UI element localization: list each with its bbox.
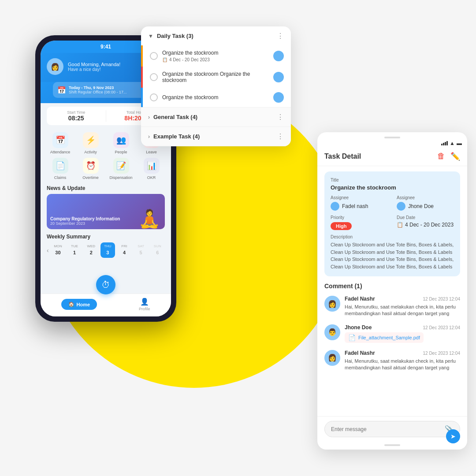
panel-header: Task Detail 🗑 ✏️ <box>317 148 467 166</box>
phone-greeting-block: Good Morning, Amanda! Have a nice day! <box>68 62 120 72</box>
task-item-3[interactable]: Organize the stockroom <box>141 88 291 107</box>
task-checkbox-1[interactable] <box>150 52 158 60</box>
description-label: Description <box>331 234 454 239</box>
today-label: Today - Thu, 9 Nov 2023 <box>69 86 126 90</box>
day-fri[interactable]: FRI 4 <box>117 242 132 258</box>
menu-people[interactable]: 👥 People <box>108 132 134 154</box>
fab-button[interactable]: ⏱ <box>96 275 115 294</box>
priority-col: Priority High <box>331 215 388 230</box>
day-tue[interactable]: TUE 1 <box>67 242 82 258</box>
wifi-icon: ▲ <box>450 140 455 146</box>
task-checkbox-2[interactable] <box>150 73 158 81</box>
comment-time-1: 12 Dec 2023 12:04 <box>423 297 460 301</box>
due-date-calendar-icon: 📋 <box>397 222 403 228</box>
comment-body-2: Jhone Doe 12 Dec 2023 12:04 📄 File_attac… <box>345 324 460 343</box>
task-checkbox-3[interactable] <box>150 93 158 101</box>
edit-button[interactable]: ✏️ <box>450 152 460 161</box>
assignee-name-1: Fadel nash <box>342 203 368 209</box>
priority-label: Priority <box>331 215 388 220</box>
calendar-icon: 📅 <box>57 86 66 94</box>
day-wed[interactable]: WED 2 <box>84 242 99 258</box>
task-avatar-1 <box>273 51 284 61</box>
news-date: 20 September 2023 <box>50 221 120 226</box>
day-mon[interactable]: MON 30 <box>51 242 66 258</box>
general-task-group: › General Task (4) ⋮ <box>141 108 291 127</box>
task-detail-card: Title Organize the stockroom Assignee Fa… <box>324 171 460 276</box>
assignee-col-1: Assignee Fadel nash <box>331 195 388 211</box>
comment-avatar-3: 👩 <box>324 350 340 366</box>
menu-claims[interactable]: 📄 Claims <box>47 158 74 180</box>
phone-time: 9:41 <box>100 44 111 50</box>
example-task-header[interactable]: › Example Task (4) ⋮ <box>141 127 291 146</box>
home-nav-button[interactable]: 🏠 Home <box>61 299 97 310</box>
daily-more-icon[interactable]: ⋮ <box>277 32 284 40</box>
day-sun[interactable]: SUN 6 <box>150 242 165 258</box>
overtime-label: Overtime <box>82 175 99 180</box>
home-label: Home <box>76 302 90 307</box>
phone-subtitle: Have a nice day! <box>68 67 120 72</box>
comment-item-3: 👩 Fadel Nashr 12 Dec 2023 12:04 Hai, Men… <box>324 350 460 372</box>
task-item-2[interactable]: Organize the stockroom Organize the stoc… <box>141 67 291 88</box>
message-input-container: 📎 <box>317 416 467 444</box>
menu-overtime[interactable]: ⏰ Overtime <box>77 158 104 180</box>
day-sat[interactable]: SAT 5 <box>134 242 149 258</box>
task-content-3: Organize the stockroom <box>162 94 269 100</box>
file-attachment[interactable]: 📄 File_attachment_Sample.pdf <box>345 332 424 343</box>
comment-author-1: Fadel Nashr <box>345 296 375 302</box>
example-more-icon[interactable]: ⋮ <box>277 132 284 141</box>
profile-icon: 👤 <box>140 298 149 306</box>
claims-label: Claims <box>54 175 67 180</box>
activity-label: Activity <box>84 150 97 154</box>
task-calendar-icon-1: 📋 <box>162 57 167 62</box>
daily-chevron-down: ▼ <box>148 33 153 39</box>
week-nav: ‹ MON 30 TUE 1 WED 2 THU 3 <box>47 242 165 258</box>
attendance-label: Attendance <box>50 150 71 154</box>
message-input-row[interactable]: 📎 <box>324 421 460 437</box>
menu-attendance[interactable]: 📅 Attendance <box>47 132 74 154</box>
assignee-label-1: Assignee <box>331 195 388 200</box>
general-chevron: › <box>148 114 150 120</box>
comments-header: Comment (1) <box>324 283 460 290</box>
message-input[interactable] <box>331 426 441 432</box>
people-label: People <box>115 150 127 154</box>
daily-task-header[interactable]: ▼ Daily Task (3) ⋮ <box>141 26 291 45</box>
comment-author-2: Jhone Doe <box>345 324 372 331</box>
due-date-value: 4 Dec - 20 Dec 2023 <box>405 222 454 228</box>
leave-label: Leave <box>146 150 157 154</box>
daily-task-group: ▼ Daily Task (3) ⋮ Organize the stockroo… <box>141 26 291 108</box>
week-prev-arrow[interactable]: ‹ <box>47 247 49 254</box>
start-time-label: Start Time <box>51 110 101 115</box>
phone-avatar: 👩 <box>47 58 63 75</box>
comment-text-1: Hai, Menurutku, saat melakukan check in,… <box>345 304 460 317</box>
general-task-label: General Task (4) <box>153 114 197 120</box>
example-task-group: › Example Task (4) ⋮ <box>141 127 291 146</box>
task-detail-panel: ▲ ▬ Task Detail 🗑 ✏️ Title Organize the … <box>317 132 467 450</box>
news-card[interactable]: Company Regulatory Information 20 Septem… <box>47 194 165 229</box>
overtime-icon: ⏰ <box>83 158 99 174</box>
day-thu-active[interactable]: THU 3 <box>100 242 115 258</box>
delete-button[interactable]: 🗑 <box>437 152 445 161</box>
example-chevron: › <box>148 134 150 140</box>
menu-activity[interactable]: ⚡ Activity <box>77 132 104 154</box>
task-item-1[interactable]: Organize the stockroom 📋 4 Dec - 20 Dec … <box>141 45 291 67</box>
send-button[interactable]: ➤ <box>446 429 460 443</box>
menu-dispensation[interactable]: 📝 Dispensation <box>108 158 134 180</box>
activity-icon: ⚡ <box>83 132 99 148</box>
comment-body-3: Fadel Nashr 12 Dec 2023 12:04 Hai, Menur… <box>345 350 460 372</box>
task-name-2: Organize the stockroom Organize the stoc… <box>162 71 269 83</box>
phone-bottom-nav: 🏠 Home 👤 Profile <box>41 294 171 316</box>
general-task-header[interactable]: › General Task (4) ⋮ <box>141 108 291 126</box>
profile-nav-button[interactable]: 👤 Profile <box>139 298 150 311</box>
comment-avatar-2: 👨 <box>324 324 340 340</box>
comment-text-3: Hai, Menurutku, saat melakukan check in,… <box>345 358 460 372</box>
due-date-col: Due Date 📋 4 Dec - 20 Dec 2023 <box>397 215 454 230</box>
description-value: Clean Up Stockroom and Use Tote Bins, Bo… <box>331 241 454 270</box>
news-title: Company Regulatory Information <box>50 216 120 221</box>
assignee-label-2: Assignee <box>397 195 454 200</box>
task-name-3: Organize the stockroom <box>162 94 269 100</box>
assignee-row: Assignee Fadel nash Assignee Jhone Doe <box>331 195 454 211</box>
general-more-icon[interactable]: ⋮ <box>277 113 284 121</box>
priority-badge: High <box>331 222 352 230</box>
menu-okr[interactable]: 📊 OKR <box>138 158 165 180</box>
comment-avatar-1: 👩 <box>324 296 340 312</box>
